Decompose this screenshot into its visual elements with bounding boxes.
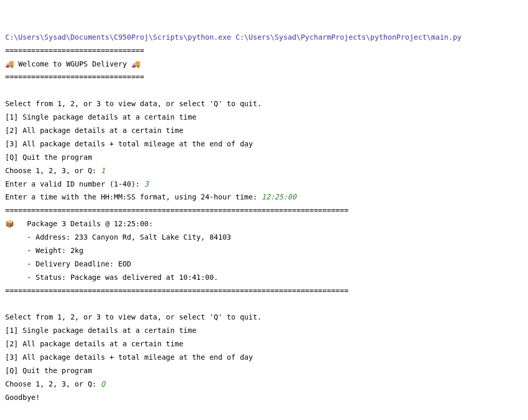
choose-line-2: Choose 1, 2, 3, or Q: Q <box>5 378 523 391</box>
blank-line <box>5 298 523 311</box>
time-prompt: Enter a time with the HH:MM:SS format, u… <box>5 193 261 201</box>
choose-prompt: Choose 1, 2, 3, or Q: <box>5 166 101 175</box>
choose-line-1: Choose 1, 2, 3, or Q: 1 <box>5 164 523 178</box>
detail-rule-bottom: ========================================… <box>5 284 523 298</box>
id-prompt: Enter a valid ID number (1-40): <box>5 180 144 188</box>
menu-option-2: [2] All package details at a certain tim… <box>5 124 523 138</box>
menu-option-q-repeat: [Q] Quit the program <box>5 364 523 378</box>
menu-option-1: [1] Single package details at a certain … <box>5 111 523 124</box>
banner-title-line: 🚚 Welcome to WGUPS Delivery 🚚 <box>5 58 523 71</box>
package-header-line: 📦 Package 3 Details @ 12:25:00: <box>5 217 523 231</box>
id-line: Enter a valid ID number (1-40): 3 <box>5 178 523 191</box>
menu-option-3: [3] All package details + total mileage … <box>5 138 523 151</box>
python-exe-path: C:\Users\Sysad\Documents\C950Proj\Script… <box>5 33 231 41</box>
goodbye: Goodbye! <box>5 391 523 405</box>
package-address: - Address: 233 Canyon Rd, Salt Lake City… <box>5 231 523 244</box>
user-time-input: 12:25:00 <box>261 193 296 201</box>
choose-prompt-2: Choose 1, 2, 3, or Q: <box>5 380 101 388</box>
menu-prompt: Select from 1, 2, or 3 to view data, or … <box>5 97 523 111</box>
truck-icon: 🚚 <box>131 60 140 68</box>
blank-line <box>5 405 523 418</box>
package-weight: - Weight: 2kg <box>5 244 523 258</box>
menu-option-2-repeat: [2] All package details at a certain tim… <box>5 338 523 351</box>
package-header: Package 3 Details @ 12:25:00: <box>14 220 153 228</box>
banner-rule-top: ================================ <box>5 44 523 58</box>
banner-rule-bottom: ================================ <box>5 71 523 84</box>
time-line: Enter a time with the HH:MM:SS format, u… <box>5 191 523 204</box>
menu-option-3-repeat: [3] All package details + total mileage … <box>5 351 523 364</box>
process-finished: Process finished with exit code 0 <box>5 418 523 420</box>
script-path: C:\Users\Sysad\PycharmProjects\pythonPro… <box>236 33 461 41</box>
user-choice-q: Q <box>101 380 105 388</box>
user-id-input: 3 <box>144 180 148 188</box>
menu-option-1-repeat: [1] Single package details at a certain … <box>5 324 523 338</box>
detail-rule-top: ========================================… <box>5 204 523 217</box>
banner-title: Welcome to WGUPS Delivery <box>14 60 131 68</box>
package-icon: 📦 <box>5 220 14 228</box>
package-status: - Status: Package was delivered at 10:41… <box>5 271 523 284</box>
blank-line <box>5 84 523 97</box>
package-deadline: - Delivery Deadline: EOD <box>5 258 523 271</box>
user-choice-1: 1 <box>101 166 105 175</box>
truck-icon: 🚚 <box>5 60 14 68</box>
menu-prompt-2: Select from 1, 2, or 3 to view data, or … <box>5 311 523 324</box>
menu-option-q: [Q] Quit the program <box>5 151 523 164</box>
exec-header: C:\Users\Sysad\Documents\C950Proj\Script… <box>5 31 523 44</box>
